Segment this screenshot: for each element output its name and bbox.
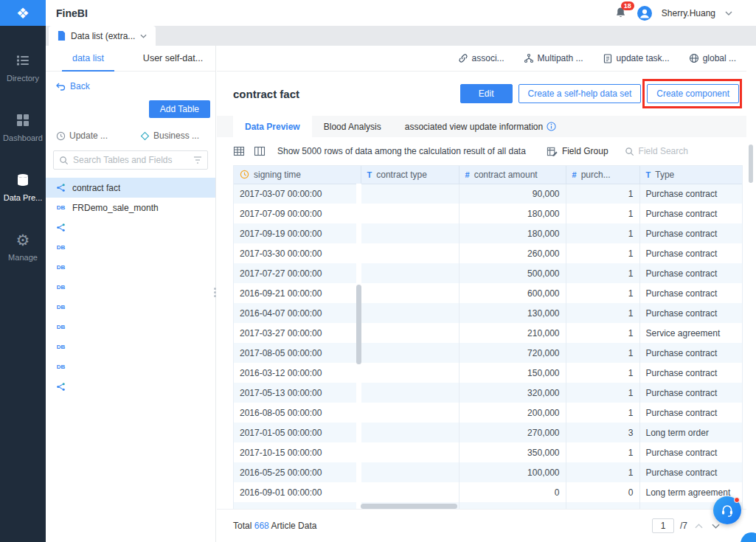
cell-purchase: 1: [566, 442, 639, 462]
edit-button[interactable]: Edit: [460, 84, 513, 103]
business-label: Business ...: [153, 131, 199, 141]
previous-page-button[interactable]: [693, 522, 704, 530]
user-menu-chevron[interactable]: [725, 11, 732, 15]
add-table-button[interactable]: Add Table: [149, 100, 210, 118]
table-row[interactable]: 2016-08-05 00:00:00 200,000 1 Purchase c…: [234, 403, 743, 423]
pagination: /7: [652, 518, 721, 533]
db-icon: DB: [55, 324, 66, 330]
title-actions: Edit Create a self-help data set Create …: [460, 84, 739, 103]
table-row[interactable]: 2017-03-07 00:00:00 90,000 1 Purchase co…: [234, 184, 743, 204]
help-button[interactable]: [713, 496, 741, 524]
tab-blood-analysis[interactable]: Blood Analysis: [312, 116, 393, 137]
column-header-contract-amount[interactable]: #contract amount: [459, 166, 566, 184]
tree-item[interactable]: DB: [46, 357, 215, 377]
tab-associated-view-update[interactable]: associated view update information: [393, 116, 568, 137]
window-tab-data-list[interactable]: Data list (extra...: [49, 26, 156, 46]
table-row[interactable]: 2017-03-27 00:00:00 210,000 1 Service ag…: [234, 323, 743, 343]
tab-data-preview[interactable]: Data Preview: [233, 116, 312, 137]
table-row[interactable]: 2016-09-01 00:00:00 0 0 Long term agreem…: [234, 482, 743, 502]
cell-contract-amount: 90,000: [459, 184, 566, 204]
table-row[interactable]: 2017-05-13 00:00:00 320,000 1 Purchase c…: [234, 383, 743, 403]
panel-resize-handle[interactable]: [213, 288, 217, 299]
cell-contract-type: [361, 323, 459, 343]
tree-item[interactable]: DB: [46, 257, 215, 277]
multipath-link[interactable]: Multipath ...: [524, 53, 583, 63]
tab-data-list[interactable]: data list: [46, 46, 131, 71]
add-table-row: Add Table: [46, 91, 215, 118]
table-row[interactable]: 2017-07-09 00:00:00 180,000 1 Purchase c…: [234, 204, 743, 223]
multipath-icon: [524, 53, 534, 63]
tree-item[interactable]: DB: [46, 337, 215, 357]
column-header-contract-type[interactable]: Tcontract type: [361, 166, 459, 184]
cell-type: Purchase contract: [639, 263, 743, 283]
horizontal-scroll-thumb[interactable]: [361, 504, 457, 509]
avatar[interactable]: [637, 6, 652, 21]
tree-item[interactable]: [46, 218, 215, 237]
tab-user-self-data[interactable]: User self-dat...: [131, 46, 215, 71]
cell-type: Purchase contract: [639, 442, 743, 462]
nav-item-manage[interactable]: ⚙ Manage: [0, 217, 46, 277]
next-page-button[interactable]: [710, 522, 721, 530]
table-row[interactable]: 2017-10-15 00:00:00 350,000 1 Purchase c…: [234, 442, 743, 462]
update-settings-item[interactable]: Update ...: [56, 131, 108, 141]
package-row: Update ... Business ...: [46, 118, 215, 141]
column-header-purchase[interactable]: #purch...: [566, 166, 639, 184]
table-row[interactable]: 2017-01-05 00:00:00 270,000 3 Long term …: [234, 423, 743, 442]
page-scrollbar-thumb[interactable]: [749, 145, 753, 183]
cell-contract-type: [361, 423, 459, 442]
cell-purchase: 1: [566, 263, 639, 283]
field-search-input[interactable]: [639, 146, 707, 156]
tree-item[interactable]: DB FRDemo_sale_month: [46, 198, 215, 218]
cell-type: Purchase contract: [639, 462, 743, 482]
table-row[interactable]: 2016-03-12 00:00:00 150,000 1 Purchase c…: [234, 363, 743, 383]
cell-type: Service agreement: [639, 323, 743, 343]
tree-item[interactable]: DB: [46, 277, 215, 297]
table-row[interactable]: 2017-08-05 00:00:00 720,000 1 Purchase c…: [234, 343, 743, 363]
primary-nav: Directory Dashboard Data Pre... ⚙ Manage: [0, 38, 46, 277]
nav-item-dashboard[interactable]: Dashboard: [0, 97, 46, 157]
notification-badge: 18: [621, 1, 634, 10]
create-component-button[interactable]: Create component: [647, 84, 739, 103]
tree-item[interactable]: DB: [46, 317, 215, 337]
total-count[interactable]: 668: [254, 521, 269, 531]
cell-signing-time: 2017-08-05 00:00:00: [234, 343, 361, 363]
nav-item-directory[interactable]: Directory: [0, 38, 46, 97]
business-package-item[interactable]: Business ...: [140, 131, 199, 141]
column-view-icon[interactable]: [254, 145, 266, 157]
search-input[interactable]: [73, 155, 189, 165]
global-link[interactable]: global ...: [689, 53, 736, 63]
table-row[interactable]: 2017-03-30 00:00:00 260,000 1 Purchase c…: [234, 243, 743, 263]
global-icon: [689, 53, 699, 63]
column-header-type[interactable]: TType: [639, 166, 743, 184]
finebi-logo[interactable]: ❖: [0, 0, 46, 26]
table-horizontal-scrollbar[interactable]: [234, 504, 742, 509]
table-row[interactable]: 2017-07-27 00:00:00 500,000 1 Purchase c…: [234, 263, 743, 283]
tree-item[interactable]: DB: [46, 297, 215, 317]
cell-contract-type: [361, 403, 459, 423]
update-task-link[interactable]: update task...: [603, 53, 670, 63]
grid-view-icon[interactable]: [233, 145, 245, 157]
user-name[interactable]: Sherry.Huang: [662, 8, 715, 18]
cell-contract-amount: 130,000: [459, 303, 566, 323]
table-vertical-scrollbar[interactable]: [356, 184, 361, 509]
page-number-input[interactable]: [652, 518, 674, 533]
tree-item[interactable]: contract fact: [46, 178, 215, 198]
cell-purchase: 1: [566, 363, 639, 383]
vertical-scroll-thumb[interactable]: [356, 285, 361, 364]
dataset-actions-row: associ... Multipath ... update task... g…: [217, 46, 746, 72]
table-row[interactable]: 2017-09-19 00:00:00 180,000 1 Purchase c…: [234, 223, 743, 243]
cell-contract-type: [361, 442, 459, 462]
column-label: contract type: [376, 170, 427, 180]
table-row[interactable]: 2016-04-07 00:00:00 130,000 1 Purchase c…: [234, 303, 743, 323]
associated-data-link[interactable]: associ...: [458, 53, 504, 63]
table-row[interactable]: 2016-09-21 00:00:00 600,000 1 Purchase c…: [234, 283, 743, 303]
tree-item[interactable]: DB: [46, 237, 215, 257]
nav-item-data-preparation[interactable]: Data Pre...: [0, 157, 46, 217]
field-group-button[interactable]: Field Group: [547, 146, 608, 157]
back-button[interactable]: Back: [46, 72, 215, 91]
tree-item[interactable]: [46, 377, 215, 397]
table-row[interactable]: 2016-05-25 00:00:00 100,000 1 Purchase c…: [234, 462, 743, 482]
notifications-button[interactable]: 18: [614, 7, 628, 20]
create-self-help-dataset-button[interactable]: Create a self-help data set: [519, 84, 642, 103]
column-header-signing-time[interactable]: signing time: [234, 166, 361, 184]
